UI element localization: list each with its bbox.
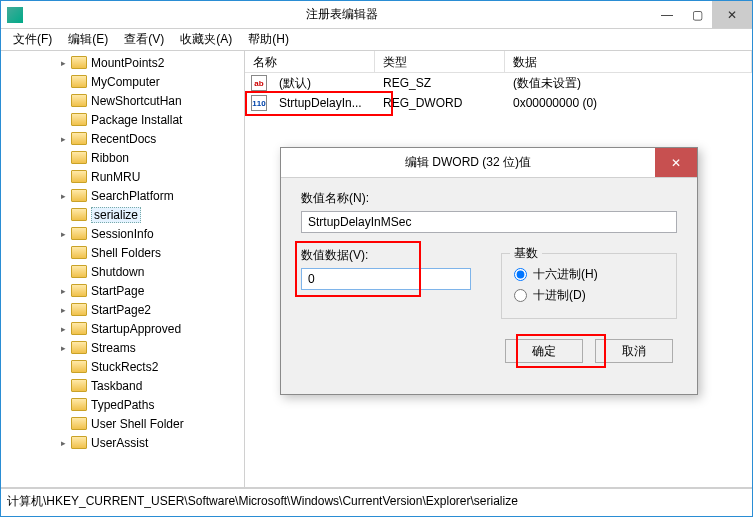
tree-item[interactable]: ▸StartPage (1, 281, 244, 300)
window-title: 注册表编辑器 (31, 6, 652, 23)
tree-item[interactable]: Taskband (1, 376, 244, 395)
expander-icon[interactable] (57, 152, 69, 164)
folder-icon (71, 436, 87, 449)
tree-item[interactable]: RunMRU (1, 167, 244, 186)
expander-icon[interactable] (57, 76, 69, 88)
tree-item-label: StartupApproved (91, 322, 181, 336)
menu-file[interactable]: 文件(F) (5, 29, 60, 50)
tree-item-label: RecentDocs (91, 132, 156, 146)
tree-item[interactable]: MyComputer (1, 72, 244, 91)
cancel-button[interactable]: 取消 (595, 339, 673, 363)
edit-dword-dialog: 编辑 DWORD (32 位)值 ✕ 数值名称(N): 数值数据(V): 基数 … (280, 147, 698, 395)
ok-button[interactable]: 确定 (505, 339, 583, 363)
tree-item-label: MyComputer (91, 75, 160, 89)
radio-hex-input[interactable] (514, 268, 527, 281)
tree-item-label: SearchPlatform (91, 189, 174, 203)
base-legend: 基数 (510, 245, 542, 262)
tree-item-label: TypedPaths (91, 398, 154, 412)
list-row[interactable]: 110 StrtupDelayIn... REG_DWORD 0x0000000… (245, 93, 752, 113)
folder-icon (71, 132, 87, 145)
expander-icon[interactable]: ▸ (57, 190, 69, 202)
tree-item[interactable]: Shell Folders (1, 243, 244, 262)
expander-icon[interactable] (57, 418, 69, 430)
folder-icon (71, 56, 87, 69)
tree-item[interactable]: ▸RecentDocs (1, 129, 244, 148)
tree-item[interactable]: ▸Streams (1, 338, 244, 357)
list-header: 名称 类型 数据 (245, 51, 752, 73)
menu-bar: 文件(F) 编辑(E) 查看(V) 收藏夹(A) 帮助(H) (1, 29, 752, 51)
tree-item[interactable]: Package Installat (1, 110, 244, 129)
folder-icon (71, 417, 87, 430)
tree-item[interactable]: serialize (1, 205, 244, 224)
folder-icon (71, 246, 87, 259)
registry-tree[interactable]: ▸MountPoints2MyComputerNewShortcutHanPac… (1, 51, 245, 487)
expander-icon[interactable] (57, 399, 69, 411)
folder-icon (71, 398, 87, 411)
expander-icon[interactable] (57, 380, 69, 392)
expander-icon[interactable]: ▸ (57, 342, 69, 354)
radio-dec-input[interactable] (514, 289, 527, 302)
menu-favorites[interactable]: 收藏夹(A) (172, 29, 240, 50)
tree-item-label: Package Installat (91, 113, 182, 127)
menu-edit[interactable]: 编辑(E) (60, 29, 116, 50)
col-type[interactable]: 类型 (375, 51, 505, 72)
tree-item[interactable]: ▸SearchPlatform (1, 186, 244, 205)
value-name-input[interactable] (301, 211, 677, 233)
value-data-input[interactable] (301, 268, 471, 290)
expander-icon[interactable] (57, 247, 69, 259)
tree-item[interactable]: Shutdown (1, 262, 244, 281)
folder-icon (71, 227, 87, 240)
maximize-button[interactable]: ▢ (682, 1, 712, 28)
reg-dword-icon: 110 (251, 95, 267, 111)
tree-item[interactable]: ▸StartPage2 (1, 300, 244, 319)
expander-icon[interactable]: ▸ (57, 304, 69, 316)
expander-icon[interactable]: ▸ (57, 133, 69, 145)
radio-hex[interactable]: 十六进制(H) (514, 266, 664, 283)
expander-icon[interactable]: ▸ (57, 228, 69, 240)
expander-icon[interactable] (57, 95, 69, 107)
tree-item[interactable]: TypedPaths (1, 395, 244, 414)
col-name[interactable]: 名称 (245, 51, 375, 72)
cell-name: StrtupDelayIn... (271, 95, 375, 111)
folder-icon (71, 360, 87, 373)
expander-icon[interactable] (57, 361, 69, 373)
menu-view[interactable]: 查看(V) (116, 29, 172, 50)
menu-help[interactable]: 帮助(H) (240, 29, 297, 50)
expander-icon[interactable] (57, 171, 69, 183)
folder-icon (71, 170, 87, 183)
window-close-button[interactable]: ✕ (712, 1, 752, 28)
tree-item-label: StartPage2 (91, 303, 151, 317)
tree-item[interactable]: User Shell Folder (1, 414, 244, 433)
expander-icon[interactable]: ▸ (57, 285, 69, 297)
expander-icon[interactable] (57, 209, 69, 221)
expander-icon[interactable] (57, 266, 69, 278)
app-icon (7, 7, 23, 23)
tree-item[interactable]: StuckRects2 (1, 357, 244, 376)
tree-item[interactable]: ▸SessionInfo (1, 224, 244, 243)
col-data[interactable]: 数据 (505, 51, 752, 72)
radio-dec[interactable]: 十进制(D) (514, 287, 664, 304)
expander-icon[interactable]: ▸ (57, 437, 69, 449)
tree-item[interactable]: ▸StartupApproved (1, 319, 244, 338)
tree-item-label: StartPage (91, 284, 144, 298)
tree-item[interactable]: ▸UserAssist (1, 433, 244, 452)
expander-icon[interactable]: ▸ (57, 323, 69, 335)
minimize-button[interactable]: — (652, 1, 682, 28)
tree-item[interactable]: Ribbon (1, 148, 244, 167)
tree-item[interactable]: ▸MountPoints2 (1, 53, 244, 72)
tree-item[interactable]: NewShortcutHan (1, 91, 244, 110)
expander-icon[interactable] (57, 114, 69, 126)
tree-item-label: SessionInfo (91, 227, 154, 241)
tree-item-label: RunMRU (91, 170, 140, 184)
cell-data: 0x00000000 (0) (505, 95, 605, 111)
base-group: 基数 十六进制(H) 十进制(D) (501, 253, 677, 319)
list-row[interactable]: ab (默认) REG_SZ (数值未设置) (245, 73, 752, 93)
expander-icon[interactable]: ▸ (57, 57, 69, 69)
dialog-close-button[interactable]: ✕ (655, 148, 697, 177)
folder-icon (71, 94, 87, 107)
folder-icon (71, 151, 87, 164)
cell-type: REG_DWORD (375, 95, 505, 111)
folder-icon (71, 265, 87, 278)
radio-dec-label: 十进制(D) (533, 287, 586, 304)
tree-item-label: NewShortcutHan (91, 94, 182, 108)
